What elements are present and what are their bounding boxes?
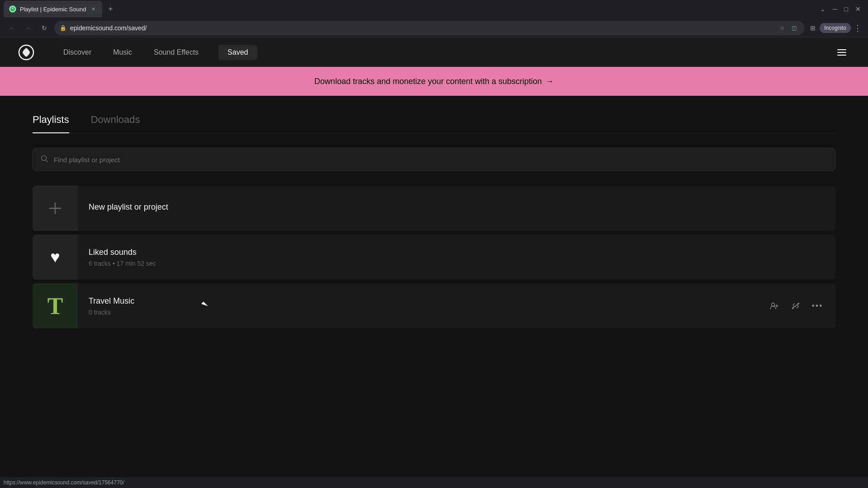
liked-sounds-meta: 6 tracks • 17 min 52 sec [89,260,825,267]
heart-icon: ♥ [50,248,60,267]
search-input[interactable] [54,156,828,164]
status-url: https://www.epidemicsound.com/saved/1756… [4,479,124,486]
tab-close-button[interactable]: ✕ [90,5,97,13]
back-button[interactable]: ← [5,22,18,34]
travel-music-thumb: T [33,283,78,328]
close-window-button[interactable]: ✕ [855,5,861,13]
omnibar-icons: ☆ ◫ [777,23,799,33]
tabs-dropdown[interactable]: ⌄ [820,5,826,13]
search-bar[interactable] [33,148,835,171]
main-content: Playlists Downloads New playlist or proj… [0,96,868,350]
travel-music-meta: 0 tracks [89,309,767,316]
nav-music[interactable]: Music [111,45,134,60]
liked-sounds-name: Liked sounds [89,248,825,257]
url-text: epidemicsound.com/saved/ [70,24,774,32]
section-tabs: Playlists Downloads [33,114,835,133]
forward-button[interactable]: → [22,22,34,34]
browser-toolbar: ⊞ Incognito ⋮ [808,23,863,33]
liked-sounds-info: Liked sounds 6 tracks • 17 min 52 sec [89,248,825,267]
active-tab[interactable]: Playlist | Epidemic Sound ✕ [4,1,102,17]
travel-music-item[interactable]: T Travel Music 0 tracks [33,283,835,328]
liked-sounds-thumb: ♥ [33,235,78,280]
security-icon: 🔒 [60,25,66,31]
main-nav: Discover Music Sound Effects Saved [61,45,834,60]
search-icon [40,155,48,164]
new-playlist-thumb [33,186,78,231]
menu-line-3 [837,55,846,56]
menu-line-2 [837,52,846,53]
new-playlist-info: New playlist or project [89,202,825,215]
menu-line-1 [837,49,846,50]
tab-favicon [9,5,16,13]
bookmark-icon[interactable]: ☆ [777,23,787,33]
minimize-button[interactable]: ─ [833,5,837,13]
extension-icon[interactable]: ⊞ [808,23,818,33]
travel-music-info: Travel Music 0 tracks [89,296,767,316]
maximize-button[interactable]: □ [844,5,848,13]
app-header: Discover Music Sound Effects Saved [0,38,868,67]
new-tab-button[interactable]: + [104,3,117,15]
tab-playlists[interactable]: Playlists [33,114,69,133]
promo-banner[interactable]: Download tracks and monetize your conten… [0,67,868,96]
nav-saved[interactable]: Saved [218,45,257,60]
status-bar: https://www.epidemicsound.com/saved/1756… [0,477,868,488]
tab-title: Playlist | Epidemic Sound [20,6,86,13]
address-bar[interactable]: 🔒 epidemicsound.com/saved/ ☆ ◫ [54,21,804,35]
svg-point-2 [42,156,47,161]
add-collaborator-button[interactable] [767,299,781,313]
svg-point-6 [772,303,775,306]
nav-discover[interactable]: Discover [61,45,93,60]
profile-button[interactable]: Incognito [820,23,851,33]
hamburger-menu[interactable] [834,46,850,59]
promo-text: Download tracks and monetize your conten… [314,77,542,86]
travel-letter: T [47,293,63,319]
liked-sounds-item[interactable]: ♥ Liked sounds 6 tracks • 17 min 52 sec [33,235,835,280]
ellipsis-icon: ••• [812,301,823,311]
promo-arrow: → [546,77,554,86]
travel-music-actions: ••• [767,299,825,313]
tab-downloads[interactable]: Downloads [91,114,140,133]
omnibar-row: ← → ↻ 🔒 epidemicsound.com/saved/ ☆ ◫ ⊞ I… [0,18,868,38]
travel-music-name: Travel Music [89,296,767,306]
more-options-button[interactable]: ••• [810,299,825,313]
new-playlist-item[interactable]: New playlist or project [33,186,835,231]
reload-button[interactable]: ↻ [38,22,51,34]
browser-menu-icon[interactable]: ⋮ [853,23,863,33]
new-playlist-name: New playlist or project [89,202,825,212]
browser-chrome: Playlist | Epidemic Sound ✕ + ⌄ ─ □ ✕ ← … [0,0,868,38]
copy-link-button[interactable] [788,299,803,313]
nav-sound-effects[interactable]: Sound Effects [152,45,200,60]
tab-bar: Playlist | Epidemic Sound ✕ + ⌄ ─ □ ✕ [0,0,868,18]
app-logo[interactable] [18,44,34,61]
split-screen-icon[interactable]: ◫ [789,23,799,33]
window-controls: ⌄ ─ □ ✕ [820,5,864,13]
svg-line-3 [46,160,48,162]
